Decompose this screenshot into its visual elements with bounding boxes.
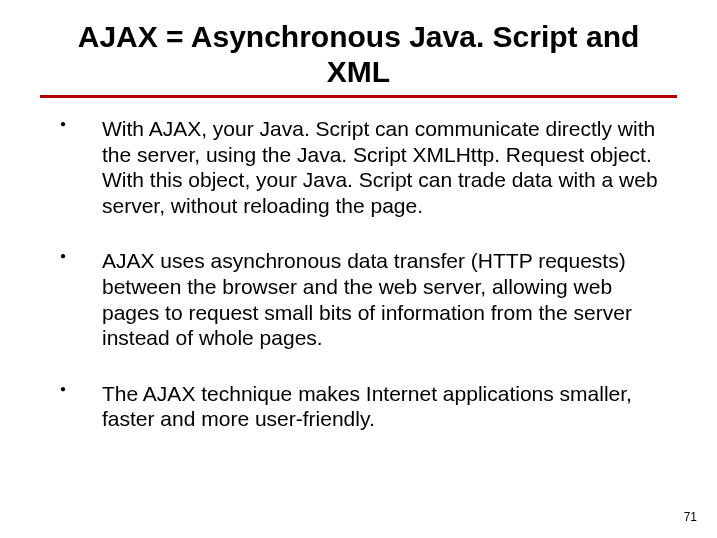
slide-title: AJAX = Asynchronous Java. Script and XML bbox=[40, 20, 677, 89]
bullet-item: The AJAX technique makes Internet applic… bbox=[60, 381, 667, 432]
page-number: 71 bbox=[684, 510, 697, 524]
bullet-item: AJAX uses asynchronous data transfer (HT… bbox=[60, 248, 667, 350]
bullet-item: With AJAX, your Java. Script can communi… bbox=[60, 116, 667, 218]
title-underline bbox=[40, 95, 677, 98]
bullet-list: With AJAX, your Java. Script can communi… bbox=[40, 116, 677, 432]
slide: AJAX = Asynchronous Java. Script and XML… bbox=[0, 0, 717, 538]
